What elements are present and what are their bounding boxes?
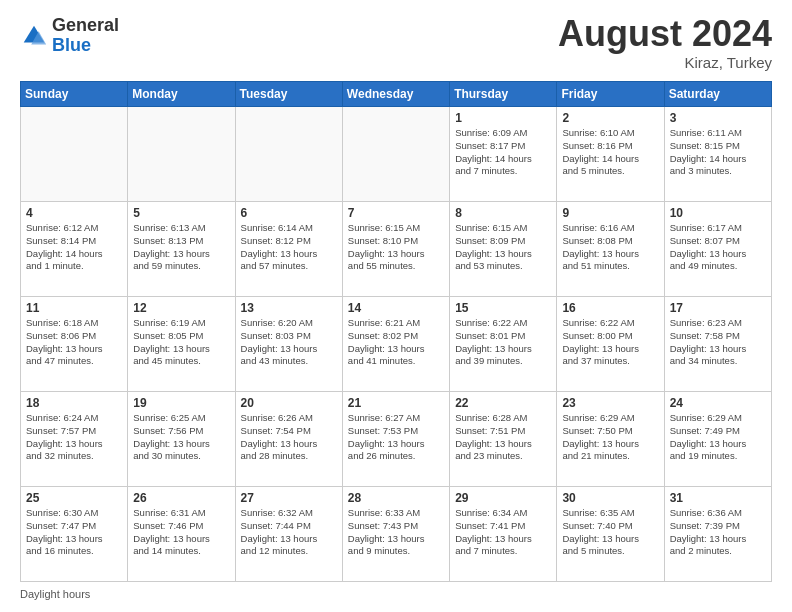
day-number: 30 [562,491,658,505]
day-info: Sunrise: 6:33 AM Sunset: 7:43 PM Dayligh… [348,507,444,558]
day-info: Sunrise: 6:35 AM Sunset: 7:40 PM Dayligh… [562,507,658,558]
calendar-cell-w4-d6: 31Sunrise: 6:36 AM Sunset: 7:39 PM Dayli… [664,487,771,582]
day-number: 4 [26,206,122,220]
header: General Blue August 2024 Kiraz, Turkey [20,16,772,71]
day-number: 18 [26,396,122,410]
day-number: 16 [562,301,658,315]
day-number: 25 [26,491,122,505]
day-number: 7 [348,206,444,220]
day-number: 20 [241,396,337,410]
calendar-cell-w3-d0: 18Sunrise: 6:24 AM Sunset: 7:57 PM Dayli… [21,392,128,487]
calendar-week-1: 4Sunrise: 6:12 AM Sunset: 8:14 PM Daylig… [21,202,772,297]
calendar-cell-w3-d6: 24Sunrise: 6:29 AM Sunset: 7:49 PM Dayli… [664,392,771,487]
day-info: Sunrise: 6:22 AM Sunset: 8:00 PM Dayligh… [562,317,658,368]
calendar-cell-w1-d2: 6Sunrise: 6:14 AM Sunset: 8:12 PM Daylig… [235,202,342,297]
calendar-cell-w2-d3: 14Sunrise: 6:21 AM Sunset: 8:02 PM Dayli… [342,297,449,392]
day-info: Sunrise: 6:13 AM Sunset: 8:13 PM Dayligh… [133,222,229,273]
calendar-week-2: 11Sunrise: 6:18 AM Sunset: 8:06 PM Dayli… [21,297,772,392]
calendar-cell-w1-d1: 5Sunrise: 6:13 AM Sunset: 8:13 PM Daylig… [128,202,235,297]
calendar-week-0: 1Sunrise: 6:09 AM Sunset: 8:17 PM Daylig… [21,107,772,202]
day-number: 19 [133,396,229,410]
daylight-hours-label: Daylight hours [20,588,90,600]
day-number: 26 [133,491,229,505]
calendar-cell-w0-d1 [128,107,235,202]
day-info: Sunrise: 6:24 AM Sunset: 7:57 PM Dayligh… [26,412,122,463]
calendar-cell-w1-d5: 9Sunrise: 6:16 AM Sunset: 8:08 PM Daylig… [557,202,664,297]
calendar-cell-w3-d1: 19Sunrise: 6:25 AM Sunset: 7:56 PM Dayli… [128,392,235,487]
calendar-cell-w0-d6: 3Sunrise: 6:11 AM Sunset: 8:15 PM Daylig… [664,107,771,202]
title-area: August 2024 Kiraz, Turkey [558,16,772,71]
calendar-cell-w4-d1: 26Sunrise: 6:31 AM Sunset: 7:46 PM Dayli… [128,487,235,582]
calendar-header-monday: Monday [128,82,235,107]
day-info: Sunrise: 6:20 AM Sunset: 8:03 PM Dayligh… [241,317,337,368]
day-number: 8 [455,206,551,220]
calendar-cell-w4-d5: 30Sunrise: 6:35 AM Sunset: 7:40 PM Dayli… [557,487,664,582]
calendar-cell-w4-d4: 29Sunrise: 6:34 AM Sunset: 7:41 PM Dayli… [450,487,557,582]
calendar-cell-w0-d5: 2Sunrise: 6:10 AM Sunset: 8:16 PM Daylig… [557,107,664,202]
calendar-cell-w1-d6: 10Sunrise: 6:17 AM Sunset: 8:07 PM Dayli… [664,202,771,297]
day-number: 12 [133,301,229,315]
day-number: 17 [670,301,766,315]
footer: Daylight hours [20,588,772,600]
calendar-cell-w3-d4: 22Sunrise: 6:28 AM Sunset: 7:51 PM Dayli… [450,392,557,487]
calendar-table: SundayMondayTuesdayWednesdayThursdayFrid… [20,81,772,582]
day-info: Sunrise: 6:32 AM Sunset: 7:44 PM Dayligh… [241,507,337,558]
calendar-cell-w3-d5: 23Sunrise: 6:29 AM Sunset: 7:50 PM Dayli… [557,392,664,487]
calendar-cell-w0-d2 [235,107,342,202]
calendar-cell-w0-d3 [342,107,449,202]
calendar-header-friday: Friday [557,82,664,107]
day-number: 5 [133,206,229,220]
day-number: 14 [348,301,444,315]
day-info: Sunrise: 6:12 AM Sunset: 8:14 PM Dayligh… [26,222,122,273]
day-number: 2 [562,111,658,125]
calendar-cell-w2-d0: 11Sunrise: 6:18 AM Sunset: 8:06 PM Dayli… [21,297,128,392]
calendar-cell-w0-d0 [21,107,128,202]
day-info: Sunrise: 6:16 AM Sunset: 8:08 PM Dayligh… [562,222,658,273]
day-number: 15 [455,301,551,315]
calendar-header-saturday: Saturday [664,82,771,107]
day-number: 27 [241,491,337,505]
day-info: Sunrise: 6:31 AM Sunset: 7:46 PM Dayligh… [133,507,229,558]
day-info: Sunrise: 6:30 AM Sunset: 7:47 PM Dayligh… [26,507,122,558]
calendar-header-tuesday: Tuesday [235,82,342,107]
calendar-cell-w2-d1: 12Sunrise: 6:19 AM Sunset: 8:05 PM Dayli… [128,297,235,392]
calendar-cell-w4-d3: 28Sunrise: 6:33 AM Sunset: 7:43 PM Dayli… [342,487,449,582]
calendar-cell-w3-d3: 21Sunrise: 6:27 AM Sunset: 7:53 PM Dayli… [342,392,449,487]
day-number: 10 [670,206,766,220]
day-number: 31 [670,491,766,505]
day-number: 29 [455,491,551,505]
day-info: Sunrise: 6:15 AM Sunset: 8:09 PM Dayligh… [455,222,551,273]
page: General Blue August 2024 Kiraz, Turkey S… [0,0,792,612]
calendar-week-3: 18Sunrise: 6:24 AM Sunset: 7:57 PM Dayli… [21,392,772,487]
day-number: 24 [670,396,766,410]
day-number: 13 [241,301,337,315]
calendar-header-row: SundayMondayTuesdayWednesdayThursdayFrid… [21,82,772,107]
day-info: Sunrise: 6:17 AM Sunset: 8:07 PM Dayligh… [670,222,766,273]
calendar-cell-w2-d6: 17Sunrise: 6:23 AM Sunset: 7:58 PM Dayli… [664,297,771,392]
day-info: Sunrise: 6:21 AM Sunset: 8:02 PM Dayligh… [348,317,444,368]
day-info: Sunrise: 6:29 AM Sunset: 7:49 PM Dayligh… [670,412,766,463]
calendar-cell-w1-d3: 7Sunrise: 6:15 AM Sunset: 8:10 PM Daylig… [342,202,449,297]
logo-text: General Blue [52,16,119,56]
calendar-cell-w2-d4: 15Sunrise: 6:22 AM Sunset: 8:01 PM Dayli… [450,297,557,392]
day-number: 3 [670,111,766,125]
calendar-cell-w4-d0: 25Sunrise: 6:30 AM Sunset: 7:47 PM Dayli… [21,487,128,582]
calendar-cell-w3-d2: 20Sunrise: 6:26 AM Sunset: 7:54 PM Dayli… [235,392,342,487]
day-number: 1 [455,111,551,125]
calendar-week-4: 25Sunrise: 6:30 AM Sunset: 7:47 PM Dayli… [21,487,772,582]
day-info: Sunrise: 6:34 AM Sunset: 7:41 PM Dayligh… [455,507,551,558]
day-info: Sunrise: 6:29 AM Sunset: 7:50 PM Dayligh… [562,412,658,463]
day-number: 22 [455,396,551,410]
calendar-cell-w1-d0: 4Sunrise: 6:12 AM Sunset: 8:14 PM Daylig… [21,202,128,297]
calendar-header-sunday: Sunday [21,82,128,107]
day-info: Sunrise: 6:10 AM Sunset: 8:16 PM Dayligh… [562,127,658,178]
day-info: Sunrise: 6:11 AM Sunset: 8:15 PM Dayligh… [670,127,766,178]
logo-blue-text: Blue [52,36,119,56]
day-info: Sunrise: 6:27 AM Sunset: 7:53 PM Dayligh… [348,412,444,463]
month-year-title: August 2024 [558,16,772,52]
day-info: Sunrise: 6:26 AM Sunset: 7:54 PM Dayligh… [241,412,337,463]
calendar-cell-w1-d4: 8Sunrise: 6:15 AM Sunset: 8:09 PM Daylig… [450,202,557,297]
day-info: Sunrise: 6:23 AM Sunset: 7:58 PM Dayligh… [670,317,766,368]
calendar-cell-w4-d2: 27Sunrise: 6:32 AM Sunset: 7:44 PM Dayli… [235,487,342,582]
calendar-header-wednesday: Wednesday [342,82,449,107]
